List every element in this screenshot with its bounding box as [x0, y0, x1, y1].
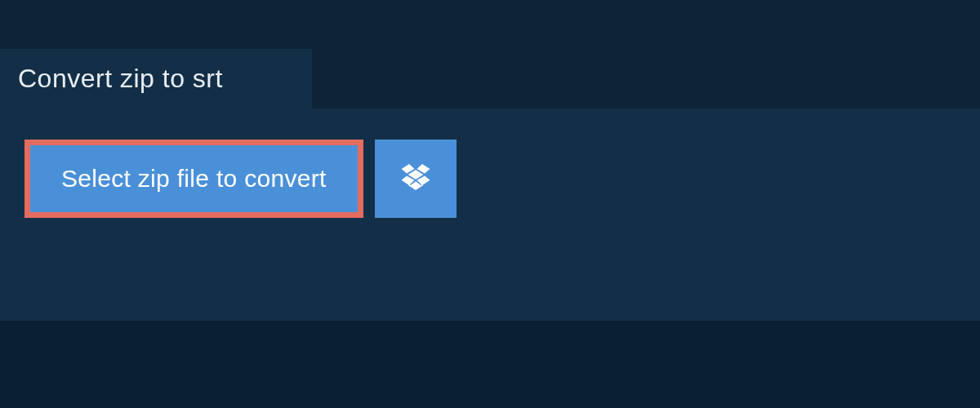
- bottom-area: [0, 321, 980, 408]
- dropbox-button[interactable]: [375, 140, 457, 218]
- converter-panel: Select zip file to convert: [0, 109, 980, 321]
- dropbox-icon: [400, 162, 431, 196]
- select-file-button[interactable]: Select zip file to convert: [24, 140, 363, 218]
- tab-row: Convert zip to srt: [0, 49, 980, 109]
- tab-title: Convert zip to srt: [18, 64, 223, 93]
- tab-convert-zip-to-srt[interactable]: Convert zip to srt: [0, 49, 312, 109]
- button-row: Select zip file to convert: [24, 140, 956, 218]
- select-file-label: Select zip file to convert: [61, 165, 327, 193]
- top-spacer: [0, 0, 980, 49]
